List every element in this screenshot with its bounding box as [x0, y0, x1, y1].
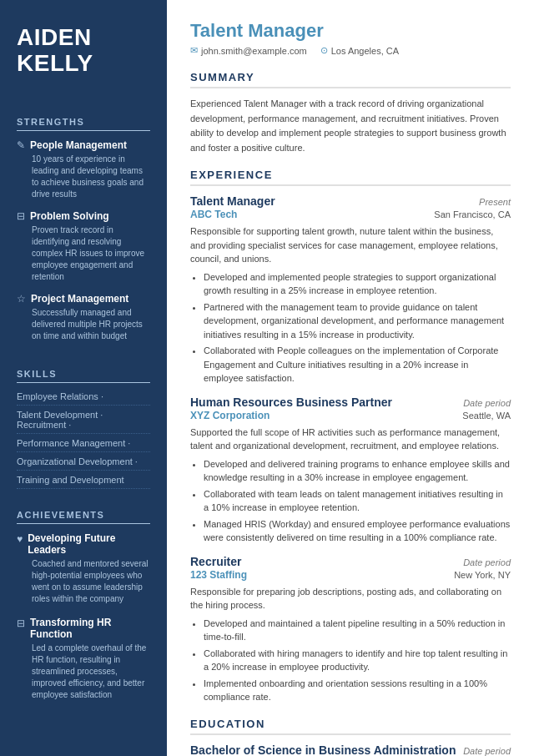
skills-list: Employee Relations · Talent Development …	[17, 391, 150, 493]
email-text: john.smith@example.com	[201, 46, 307, 56]
degree-title: Bachelor of Science in Business Administ…	[190, 743, 456, 756]
job-desc-2: Supported the full scope of HR activitie…	[190, 426, 511, 453]
skills-section-title: SKILLS	[17, 369, 150, 383]
achievements-list: ♥ Developing Future Leaders Coached and …	[17, 532, 150, 713]
strength-desc-2: Proven track record in identifying and r…	[17, 224, 150, 283]
skill-item: Training and Development	[17, 475, 150, 489]
job-date-3: Date period	[463, 557, 511, 567]
main-content: Talent Manager ✉ john.smith@example.com …	[167, 0, 534, 756]
edu-date: Date period	[463, 746, 511, 756]
strengths-list: ✎ People Management 10 years of experien…	[17, 139, 150, 352]
experience-section-title: EXPERIENCE	[190, 169, 511, 186]
bullet-item: Developed and implemented people strateg…	[204, 270, 511, 298]
candidate-name: AIDEN KELLY	[17, 25, 150, 77]
education-section-title: EDUCATION	[190, 718, 511, 735]
bullet-item: Developed and maintained a talent pipeli…	[204, 617, 511, 644]
job-title: Talent Manager	[190, 20, 511, 42]
skill-item: Talent Development · Recruitment ·	[17, 410, 150, 434]
achievement-icon-2: ⊟	[17, 617, 25, 629]
skill-item: Employee Relations ·	[17, 391, 150, 406]
job-bullets-1: Developed and implemented people strateg…	[190, 270, 511, 386]
job-company-1: ABC Tech	[190, 209, 237, 220]
bullet-item: Collaborated with team leads on talent m…	[204, 487, 511, 515]
sidebar: AIDEN KELLY STRENGTHS ✎ People Managemen…	[0, 0, 167, 756]
summary-section-title: SUMMARY	[190, 71, 511, 88]
strength-title-3: Project Management	[31, 293, 128, 305]
achievement-item: ⊟ Transforming HR Function Led a complet…	[17, 617, 150, 701]
contact-row: ✉ john.smith@example.com ⊙ Los Angeles, …	[190, 45, 511, 56]
strength-item: ☆ Project Management Successfully manage…	[17, 293, 150, 342]
bullet-item: Managed HRIS (Workday) and ensured emplo…	[204, 517, 511, 545]
strengths-section-title: STRENGTHS	[17, 117, 150, 131]
strength-item: ⊟ Problem Solving Proven track record in…	[17, 210, 150, 283]
job-date-2: Date period	[463, 398, 511, 408]
achievements-section-title: ACHIEVEMENTS	[17, 510, 150, 524]
job-location-3: New York, NY	[454, 570, 511, 580]
strength-icon-3: ☆	[17, 293, 26, 305]
job-block-1: Talent Manager Present ABC Tech San Fran…	[190, 194, 511, 386]
achievement-title-1: Developing Future Leaders	[28, 532, 150, 556]
job-location-1: San Francisco, CA	[434, 209, 511, 219]
achievement-icon-1: ♥	[17, 533, 23, 545]
job-block-3: Recruiter Date period 123 Staffing New Y…	[190, 555, 511, 704]
achievement-desc-2: Led a complete overhaul of the HR functi…	[17, 643, 150, 701]
email-icon: ✉	[190, 45, 198, 56]
email-contact: ✉ john.smith@example.com	[190, 45, 307, 56]
achievement-title-2: Transforming HR Function	[30, 617, 150, 640]
strength-icon-2: ⊟	[17, 210, 25, 222]
strength-item: ✎ People Management 10 years of experien…	[17, 139, 150, 200]
job-title-2: Human Resources Business Partner	[190, 396, 392, 409]
job-bullets-2: Developed and delivered training program…	[190, 457, 511, 545]
bullet-item: Implemented onboarding and orientation s…	[204, 677, 511, 704]
bullet-item: Partnered with the management team to pr…	[204, 300, 511, 342]
job-company-2: XYZ Corporation	[190, 410, 270, 421]
job-location-2: Seattle, WA	[462, 411, 511, 421]
strength-icon-1: ✎	[17, 139, 25, 151]
achievement-desc-1: Coached and mentored several high-potent…	[17, 558, 150, 605]
bullet-item: Collaborated with hiring managers to ide…	[204, 647, 511, 674]
job-block-2: Human Resources Business Partner Date pe…	[190, 396, 511, 545]
job-title-1: Talent Manager	[190, 194, 275, 208]
bullet-item: Collaborated with People colleagues on t…	[204, 344, 511, 386]
strength-desc-3: Successfully managed and delivered multi…	[17, 307, 150, 342]
job-bullets-3: Developed and maintained a talent pipeli…	[190, 617, 511, 704]
achievement-item: ♥ Developing Future Leaders Coached and …	[17, 532, 150, 605]
bullet-item: Developed and delivered training program…	[204, 457, 511, 485]
location-text: Los Angeles, CA	[331, 46, 399, 56]
job-desc-1: Responsible for supporting talent growth…	[190, 224, 511, 266]
education-block-1: Bachelor of Science in Business Administ…	[190, 743, 511, 756]
location-icon: ⊙	[320, 45, 328, 56]
location-contact: ⊙ Los Angeles, CA	[320, 45, 399, 56]
job-desc-3: Responsible for preparing job descriptio…	[190, 585, 511, 612]
strength-desc-1: 10 years of experience in leading and de…	[17, 154, 150, 200]
skill-item: Performance Management ·	[17, 438, 150, 452]
skill-item: Organizational Development ·	[17, 456, 150, 471]
job-date-1: Present	[479, 197, 511, 207]
strength-title-1: People Management	[30, 139, 127, 151]
job-title-3: Recruiter	[190, 555, 241, 568]
strength-title-2: Problem Solving	[30, 210, 109, 222]
job-company-3: 123 Staffing	[190, 569, 247, 581]
summary-text: Experienced Talent Manager with a track …	[190, 97, 511, 155]
